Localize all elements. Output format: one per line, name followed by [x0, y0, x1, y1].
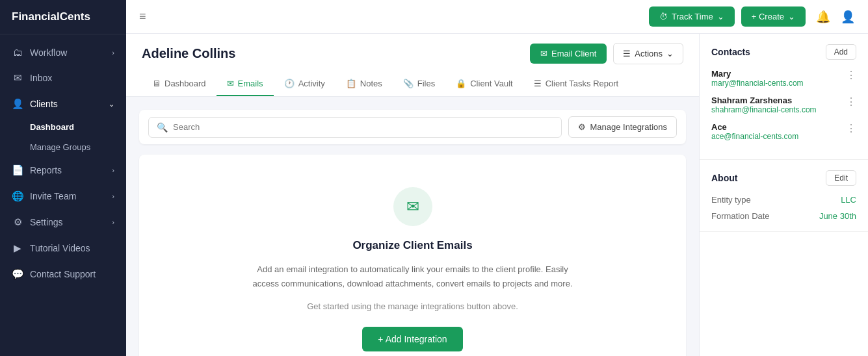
contact-email: mary@financial-cents.com [711, 79, 804, 88]
tab-client-vault[interactable]: 🔒 Client Vault [445, 72, 523, 96]
content-area: Adeline Collins ✉ Email Client ☰ Actions… [126, 34, 868, 356]
contacts-title: Contacts [711, 47, 750, 57]
search-input[interactable] [173, 122, 553, 132]
chevron-down-icon: ⌄ [666, 49, 674, 58]
tab-notes[interactable]: 📋 Notes [335, 72, 393, 96]
sidebar-sub-dashboard[interactable]: Dashboard [0, 117, 126, 137]
contact-item: Shahram Zarshenas shahram@financial-cent… [711, 95, 856, 114]
email-area: 🔍 ⚙ Manage Integrations ✉ Organize Clien… [126, 97, 699, 356]
create-button[interactable]: + Create ⌄ [741, 6, 806, 27]
chevron-icon: › [112, 192, 114, 200]
sidebar-item-reports[interactable]: 📄 Reports › [0, 157, 126, 183]
empty-title: Organize Client Emails [159, 239, 666, 252]
sidebar-item-label: Tutorial Videos [30, 243, 90, 253]
client-name: Adeline Collins [142, 46, 235, 61]
sidebar-item-invite-team[interactable]: 🌐 Invite Team › [0, 183, 126, 209]
reports-icon: 📄 [12, 164, 23, 176]
contact-email: shahram@financial-cents.com [711, 105, 817, 114]
notifications-icon[interactable]: 🔔 [816, 10, 830, 24]
sidebar-item-tutorial-videos[interactable]: ▶ Tutorial Videos [0, 235, 126, 261]
vault-icon: 🔒 [456, 79, 466, 88]
edit-about-button[interactable]: Edit [826, 170, 856, 186]
email-toolbar: 🔍 ⚙ Manage Integrations [139, 110, 686, 144]
email-tab-icon: ✉ [227, 79, 234, 88]
workflow-icon: 🗂 [12, 47, 23, 58]
manage-integrations-button[interactable]: ⚙ Manage Integrations [568, 116, 677, 138]
about-section: About Edit Entity type LLC Formation Dat… [700, 160, 868, 232]
add-contact-button[interactable]: Add [826, 44, 856, 60]
user-icon[interactable]: 👤 [841, 10, 855, 24]
search-box[interactable]: 🔍 [148, 117, 562, 138]
contact-more-icon[interactable]: ⋮ [846, 69, 856, 81]
tutorial-icon: ▶ [12, 242, 23, 254]
contact-info: Ace ace@financial-cents.com [711, 122, 798, 141]
sidebar-nav: 🗂 Workflow › ✉ Inbox 👤 Clients ⌄ Dashboa… [0, 34, 126, 356]
tab-client-tasks-report[interactable]: ☰ Client Tasks Report [523, 72, 629, 96]
client-tabs: 🖥 Dashboard ✉ Emails 🕐 Activity 📋 Notes [142, 72, 683, 96]
email-client-button[interactable]: ✉ Email Client [530, 44, 607, 64]
formation-date-value: June 30th [819, 211, 856, 221]
chevron-icon: › [112, 218, 114, 226]
email-icon: ✉ [540, 49, 547, 58]
sidebar-item-workflow[interactable]: 🗂 Workflow › [0, 40, 126, 65]
right-panel: Contacts Add Mary mary@financial-cents.c… [699, 34, 868, 356]
hamburger-icon[interactable]: ≡ [139, 10, 146, 23]
clients-icon: 👤 [12, 98, 23, 110]
tab-files[interactable]: 📎 Files [393, 72, 445, 96]
contact-name: Ace [711, 122, 798, 132]
client-header: Adeline Collins ✉ Email Client ☰ Actions… [126, 34, 699, 97]
client-panel: Adeline Collins ✉ Email Client ☰ Actions… [126, 34, 699, 356]
track-time-button[interactable]: ⏱ Track Time ⌄ [649, 6, 735, 27]
inbox-icon: ✉ [12, 72, 23, 84]
chevron-icon: › [112, 49, 114, 57]
search-icon: 🔍 [157, 122, 168, 133]
sidebar-item-settings[interactable]: ⚙ Settings › [0, 209, 126, 235]
contacts-header: Contacts Add [711, 44, 856, 60]
chevron-icon: › [112, 166, 114, 174]
tab-activity[interactable]: 🕐 Activity [274, 72, 335, 96]
entity-type-value: LLC [841, 195, 856, 205]
topbar: ≡ ⏱ Track Time ⌄ + Create ⌄ 🔔 👤 [126, 0, 868, 34]
files-icon: 📎 [403, 79, 414, 88]
client-title-row: Adeline Collins ✉ Email Client ☰ Actions… [142, 43, 683, 64]
tab-dashboard[interactable]: 🖥 Dashboard [142, 72, 217, 96]
invite-team-icon: 🌐 [12, 190, 23, 202]
tab-emails[interactable]: ✉ Emails [217, 72, 274, 96]
contact-name: Mary [711, 69, 804, 79]
sidebar-item-clients[interactable]: 👤 Clients ⌄ [0, 91, 126, 117]
chevron-down-icon: ⌄ [717, 12, 724, 21]
sidebar-sub-manage-groups[interactable]: Manage Groups [0, 137, 126, 157]
client-header-actions: ✉ Email Client ☰ Actions ⌄ [530, 43, 683, 64]
empty-sub-text: Get started using the manage integration… [159, 301, 666, 311]
sidebar-item-label: Invite Team [30, 191, 76, 201]
chevron-icon: ⌄ [109, 100, 114, 108]
contact-more-icon[interactable]: ⋮ [846, 95, 856, 108]
activity-icon: 🕐 [284, 79, 295, 88]
contacts-section: Contacts Add Mary mary@financial-cents.c… [700, 34, 868, 160]
contact-info: Mary mary@financial-cents.com [711, 69, 804, 88]
contact-info: Shahram Zarshenas shahram@financial-cent… [711, 95, 817, 114]
about-title: About [711, 173, 737, 183]
formation-date-label: Formation Date [711, 211, 770, 221]
add-integration-button[interactable]: + Add Integration [362, 327, 462, 351]
contact-item: Mary mary@financial-cents.com ⋮ [711, 69, 856, 88]
contact-name: Shahram Zarshenas [711, 95, 817, 105]
sidebar-item-label: Inbox [30, 73, 52, 83]
formation-date-row: Formation Date June 30th [711, 211, 856, 221]
contact-item: Ace ace@financial-cents.com ⋮ [711, 122, 856, 141]
sidebar-item-inbox[interactable]: ✉ Inbox [0, 65, 126, 91]
empty-state: ✉ Organize Client Emails Add an email in… [139, 155, 686, 356]
contact-more-icon[interactable]: ⋮ [846, 122, 856, 134]
sidebar-item-label: Workflow [30, 47, 67, 58]
empty-description: Add an email integration to automaticall… [250, 262, 575, 291]
notes-icon: 📋 [346, 79, 356, 88]
sidebar-item-contact-support[interactable]: 💬 Contact Support [0, 261, 126, 287]
list-icon: ☰ [623, 49, 631, 58]
entity-type-label: Entity type [711, 195, 751, 205]
tasks-report-icon: ☰ [534, 79, 542, 88]
chevron-down-icon: ⌄ [788, 12, 795, 21]
actions-button[interactable]: ☰ Actions ⌄ [613, 43, 683, 64]
sidebar-item-label: Contact Support [30, 269, 96, 279]
sidebar-item-label: Settings [30, 217, 63, 227]
clock-icon: ⏱ [659, 12, 668, 21]
